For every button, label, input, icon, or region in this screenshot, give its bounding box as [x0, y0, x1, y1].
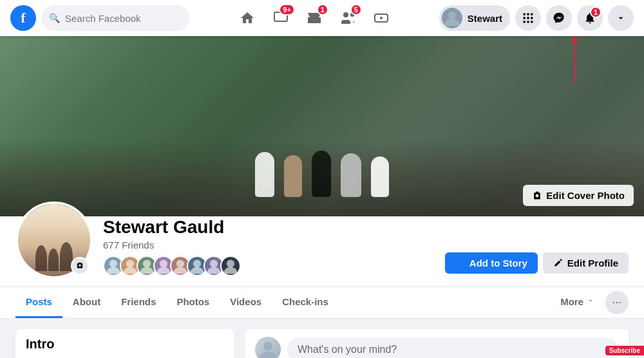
- svg-point-16: [143, 259, 151, 267]
- nav-right: Stewart 1: [439, 5, 634, 31]
- home-nav-button[interactable]: [232, 3, 263, 33]
- nav-center: 9+ 1 5: [194, 3, 434, 33]
- user-avatar: [442, 8, 462, 28]
- facebook-logo[interactable]: f: [10, 5, 36, 31]
- messenger-button[interactable]: [546, 5, 572, 31]
- friend-avatar-7[interactable]: [220, 256, 241, 276]
- svg-rect-11: [524, 21, 526, 23]
- notifications-badge: 1: [590, 6, 601, 18]
- tab-posts[interactable]: Posts: [15, 287, 62, 318]
- content-area: Intro Don't focus to hard on the future.…: [0, 319, 644, 358]
- search-icon: 🔍: [49, 13, 60, 23]
- profile-actions: Add to Story Edit Profile: [445, 252, 629, 279]
- post-input[interactable]: What's on your mind?: [287, 337, 618, 358]
- red-arrow-indicator: [571, 36, 578, 82]
- profile-text: Stewart Gauld 677 Friends: [103, 216, 435, 279]
- notifications-button[interactable]: 1: [577, 5, 603, 31]
- profile-name: Stewart Gauld: [103, 216, 435, 238]
- svg-point-4: [448, 12, 456, 19]
- svg-rect-5: [524, 14, 526, 15]
- svg-point-22: [263, 342, 272, 351]
- intro-title: Intro: [26, 337, 224, 352]
- arrow-head: [571, 36, 578, 42]
- search-input[interactable]: [65, 13, 182, 24]
- groups-badge: 5: [350, 4, 362, 15]
- watch-badge: 9+: [279, 4, 295, 15]
- profile-avatar-wrapper: [15, 202, 93, 279]
- user-name: Stewart: [468, 13, 502, 24]
- svg-point-20: [210, 259, 218, 267]
- groups-nav-button[interactable]: 5: [332, 3, 363, 33]
- cover-photo: Edit Cover Photo: [0, 36, 644, 216]
- left-column: Intro Don't focus to hard on the future.…: [15, 329, 234, 358]
- main-content: Edit Cover Photo Stewart Gauld 677: [0, 0, 644, 358]
- search-box[interactable]: 🔍: [41, 5, 189, 31]
- tab-checkins[interactable]: Check-ins: [272, 287, 339, 318]
- svg-rect-12: [527, 21, 529, 23]
- menu-arrow-button[interactable]: [608, 5, 634, 31]
- gaming-nav-button[interactable]: [366, 3, 397, 33]
- svg-point-21: [227, 259, 234, 267]
- svg-rect-6: [527, 14, 529, 15]
- svg-point-15: [126, 259, 134, 267]
- intro-card: Intro Don't focus to hard on the future.…: [15, 329, 234, 358]
- tabs-ellipsis-button[interactable]: ···: [605, 291, 629, 314]
- profile-section: Stewart Gauld 677 Friends Add to Story E…: [0, 216, 644, 287]
- subscribe-badge: Subscribe: [605, 346, 644, 355]
- tab-videos[interactable]: Videos: [220, 287, 272, 318]
- svg-point-18: [176, 259, 184, 267]
- edit-cover-label: Edit Cover Photo: [546, 190, 625, 201]
- profile-tabs: Posts About Friends Photos Videos Check-…: [0, 287, 644, 319]
- apps-button[interactable]: [515, 5, 541, 31]
- user-menu-button[interactable]: Stewart: [439, 5, 510, 31]
- tab-photos[interactable]: Photos: [166, 287, 220, 318]
- marketplace-nav-button[interactable]: 1: [299, 3, 330, 33]
- right-column: What's on your mind? Live video 🖼 Photo/…: [245, 329, 629, 358]
- top-navigation: f 🔍 9+ 1 5: [0, 0, 644, 36]
- marketplace-badge: 1: [317, 4, 328, 15]
- edit-cover-photo-button[interactable]: Edit Cover Photo: [523, 185, 634, 206]
- svg-point-14: [109, 259, 117, 267]
- friend-avatars-row: [103, 256, 435, 276]
- edit-profile-button[interactable]: Edit Profile: [543, 252, 629, 274]
- post-box: What's on your mind? Live video 🖼 Photo/…: [245, 329, 629, 358]
- add-story-label: Add to Story: [469, 258, 527, 268]
- tab-more[interactable]: More: [550, 287, 605, 318]
- svg-rect-9: [527, 17, 529, 19]
- avatar-camera-button[interactable]: [71, 257, 89, 275]
- profile-info-row: Stewart Gauld 677 Friends Add to Story E…: [15, 216, 629, 287]
- add-to-story-button[interactable]: Add to Story: [445, 252, 538, 274]
- svg-rect-7: [531, 14, 533, 15]
- svg-rect-10: [531, 17, 533, 19]
- svg-rect-8: [524, 17, 526, 19]
- svg-point-17: [160, 259, 167, 267]
- post-input-row: What's on your mind?: [255, 337, 618, 358]
- svg-point-19: [193, 259, 201, 267]
- profile-friends-count: 677 Friends: [103, 240, 435, 250]
- edit-profile-label: Edit Profile: [567, 258, 618, 268]
- tab-about[interactable]: About: [62, 287, 111, 318]
- watch-nav-button[interactable]: 9+: [265, 3, 296, 33]
- arrow-line: [574, 44, 575, 82]
- svg-rect-13: [531, 21, 533, 23]
- tab-friends[interactable]: Friends: [111, 287, 166, 318]
- svg-point-1: [343, 12, 348, 17]
- post-avatar: [255, 337, 281, 358]
